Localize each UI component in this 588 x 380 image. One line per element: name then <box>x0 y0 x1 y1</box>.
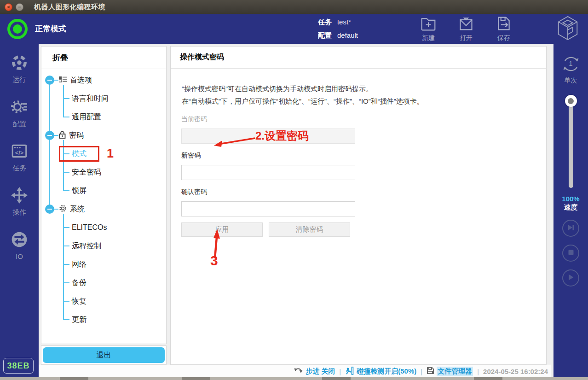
new-password-field[interactable] <box>181 165 355 180</box>
task-config-block: 任务 test* 配置 default <box>318 18 358 40</box>
speed-slider[interactable] <box>564 95 578 189</box>
tree-item-mode[interactable]: 模式 1 <box>41 145 166 163</box>
left-nav-sidebar: 运行 配置 <box>0 44 39 377</box>
collapse-toggle-icon[interactable] <box>45 205 54 214</box>
clear-password-button[interactable]: 清除密码 <box>269 222 350 237</box>
lock-icon <box>59 131 66 140</box>
right-control-sidebar: 1 单次 100% 速度 <box>551 44 588 377</box>
sidebar-operate-label: 操作 <box>12 208 26 217</box>
config-value: default <box>337 31 358 39</box>
tree-item-network[interactable]: 网络 <box>41 255 166 274</box>
mode-label: 正常模式 <box>35 23 66 34</box>
operation-mode-password-panel: 操作模式密码 “操作模式密码”可在自动模式切换为手动模式时启用密码提示。 在“自… <box>170 46 547 365</box>
sidebar-item-run[interactable]: 运行 <box>11 54 28 84</box>
settings-tree: 首选项 语言和时间 通用配置 <box>41 69 166 329</box>
svg-text:</>: </> <box>15 150 23 156</box>
stop-button[interactable] <box>562 245 579 262</box>
exit-button-card: 退出 <box>41 345 167 365</box>
speed-slider-handle[interactable] <box>565 95 577 107</box>
open-task-label: 打开 <box>460 34 473 42</box>
new-task-label: 新建 <box>422 34 435 42</box>
move-cross-icon <box>11 187 28 205</box>
task-value: test* <box>337 18 351 26</box>
save-task-label: 保存 <box>497 34 510 42</box>
window-close-button[interactable]: × <box>5 3 12 11</box>
tree-group-preferences[interactable]: 首选项 <box>41 71 166 89</box>
confirm-password-field[interactable] <box>181 201 355 216</box>
description-text: “操作模式密码”可在自动模式切换为手动模式时启用密码提示。 在“自动模式”下，用… <box>182 82 535 107</box>
speed-slider-track[interactable] <box>569 99 573 188</box>
description-line-1: “操作模式密码”可在自动模式切换为手动模式时启用密码提示。 <box>182 82 535 95</box>
app-window: × − 机器人图形化编程环境 正常模式 任务 test* 配置 default <box>0 0 588 380</box>
code-window-icon: </> <box>11 142 28 161</box>
tree-group-system[interactable]: 系统 <box>41 200 166 218</box>
collapse-toggle-icon[interactable] <box>45 131 54 140</box>
skip-to-end-icon <box>567 224 575 233</box>
tree-group-label: 密码 <box>69 131 84 140</box>
save-task-button[interactable]: 保存 <box>496 16 512 42</box>
app-header: 正常模式 任务 test* 配置 default 新建 <box>0 14 588 44</box>
header-actions: 新建 打开 <box>420 16 512 42</box>
confirm-password-label: 确认密码 <box>181 188 536 196</box>
tree-item-update[interactable]: 更新 <box>41 310 166 329</box>
sidebar-io-label: IO <box>16 252 23 260</box>
sidebar-item-task[interactable]: </> 任务 <box>11 142 28 173</box>
sidebar-item-io[interactable]: IO <box>11 231 28 260</box>
exit-button[interactable]: 退出 <box>43 347 165 363</box>
play-button[interactable] <box>562 269 579 286</box>
tree-item-restore[interactable]: 恢复 <box>41 292 166 310</box>
status-datetime: 2024-05-25 16:02:24 <box>483 368 548 375</box>
tree-item-remote-control[interactable]: 远程控制 <box>41 237 166 255</box>
open-task-button[interactable]: 打开 <box>458 16 474 42</box>
os-titlebar: × − 机器人图形化编程环境 <box>0 0 588 14</box>
status-badge: 38EB <box>3 358 34 374</box>
system-gear-icon <box>59 205 67 214</box>
tree-item-language-time[interactable]: 语言和时间 <box>41 89 166 108</box>
file-manager-button[interactable]: 文件管理器 <box>427 367 473 376</box>
file-manager-icon <box>427 367 434 376</box>
cycle-once-icon: 1 <box>560 54 582 74</box>
save-icon <box>496 16 512 33</box>
sidebar-item-config[interactable]: 配置 <box>11 98 28 129</box>
tree-group-password[interactable]: 密码 <box>41 126 166 145</box>
collapse-toggle-icon[interactable] <box>45 76 54 85</box>
step-mode-status[interactable]: 步进 关闭 <box>294 367 335 376</box>
window-minimize-button[interactable]: − <box>16 3 23 11</box>
collision-detection-status[interactable]: 碰撞检测开启(50%) <box>345 367 416 376</box>
gear-config-icon <box>11 98 28 117</box>
step-mode-label: 步进 关闭 <box>306 367 335 376</box>
collision-detection-label: 碰撞检测开启(50%) <box>357 367 416 376</box>
tree-item-safety-password[interactable]: 安全密码 <box>41 163 166 181</box>
new-folder-icon <box>420 16 437 33</box>
bottom-desktop-strip <box>0 377 588 380</box>
preferences-icon <box>59 76 67 85</box>
page-title: 操作模式密码 <box>171 47 546 69</box>
stop-icon <box>568 249 574 257</box>
current-password-label: 当前密码 <box>181 115 536 123</box>
play-icon <box>567 274 574 283</box>
step-run-button[interactable] <box>562 220 579 237</box>
tree-group-label: 首选项 <box>70 76 92 85</box>
speed-value: 100% <box>562 195 579 203</box>
task-key: 任务 <box>318 18 332 27</box>
annotation-step3: 3 <box>210 253 218 269</box>
window-title: 机器人图形化编程环境 <box>34 3 105 12</box>
single-cycle-button[interactable]: 1 单次 <box>560 54 582 85</box>
apply-button[interactable]: 应用 <box>181 222 263 237</box>
sidebar-item-operate[interactable]: 操作 <box>11 187 28 217</box>
tree-item-elitecos[interactable]: ELITECOs <box>41 218 166 237</box>
sidebar-run-label: 运行 <box>12 76 26 84</box>
cycle-count: 1 <box>560 59 582 67</box>
description-line-2: 在“自动模式”下，用户仅可操作“初始化”、“运行”、“操作”、“IO”和“插件”… <box>182 95 535 107</box>
tree-collapse-header[interactable]: 折叠 <box>41 47 166 69</box>
elite-logo-icon <box>556 15 580 43</box>
tree-item-lock-screen[interactable]: 锁屏 <box>41 181 166 200</box>
single-cycle-label: 单次 <box>565 76 577 85</box>
new-password-label: 新密码 <box>181 152 536 160</box>
current-password-field[interactable] <box>181 129 355 144</box>
tree-item-general-config[interactable]: 通用配置 <box>41 108 166 126</box>
open-file-icon <box>458 16 474 33</box>
speed-label: 速度 <box>564 203 578 212</box>
new-task-button[interactable]: 新建 <box>420 16 437 42</box>
tree-item-backup[interactable]: 备份 <box>41 274 166 292</box>
